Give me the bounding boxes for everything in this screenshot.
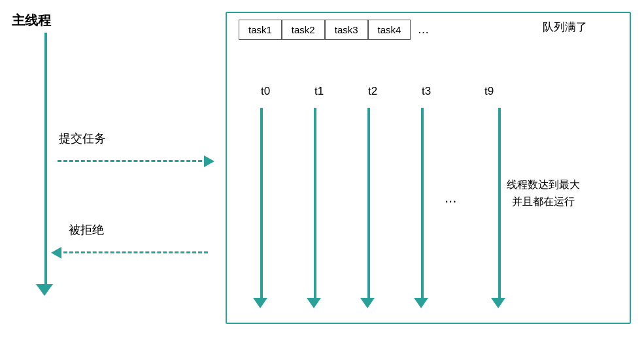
task-box-3: task3 <box>325 20 368 40</box>
thread-arrow-t3 <box>421 108 424 300</box>
thread-arrowhead-t9 <box>491 298 505 308</box>
main-thread-line <box>44 33 47 287</box>
submit-label: 提交任务 <box>59 131 106 146</box>
thread-arrowhead-t3 <box>414 298 428 308</box>
thread-arrowhead-t1 <box>307 298 321 308</box>
main-thread-label: 主线程 <box>12 12 51 29</box>
thread-label-t0: t0 <box>239 85 292 98</box>
task-box-1: task1 <box>239 20 282 40</box>
note-label: 线程数达到最大 并且都在运行 <box>507 176 580 210</box>
right-panel <box>226 12 631 324</box>
main-container: 主线程 提交任务 被拒绝 task1 task2 task3 task4 … 队… <box>0 0 644 337</box>
dashed-arrow-right <box>58 160 208 162</box>
middle-dots: ... <box>445 189 456 206</box>
thread-label-t3: t3 <box>399 85 453 98</box>
thread-label-t2: t2 <box>346 85 399 98</box>
thread-label-t1: t1 <box>292 85 346 98</box>
thread-arrow-t0 <box>260 108 263 300</box>
thread-arrow-t2 <box>367 108 370 300</box>
thread-arrowhead-t2 <box>360 298 375 308</box>
rejected-label: 被拒绝 <box>69 222 104 238</box>
thread-arrowhead-t0 <box>253 298 267 308</box>
task-dots: … <box>411 23 435 37</box>
task-queue: task1 task2 task3 task4 … <box>239 20 435 40</box>
thread-labels: t0 t1 t2 t3 t9 <box>239 85 525 98</box>
thread-arrow-t9 <box>498 108 501 300</box>
thread-arrow-t1 <box>314 108 316 300</box>
task-box-2: task2 <box>282 20 325 40</box>
queue-full-label: 队列满了 <box>543 20 587 35</box>
thread-label-t9: t9 <box>453 85 525 98</box>
main-thread-arrowhead <box>36 284 53 296</box>
task-box-4: task4 <box>368 20 411 40</box>
dashed-arrow-left <box>58 251 208 253</box>
